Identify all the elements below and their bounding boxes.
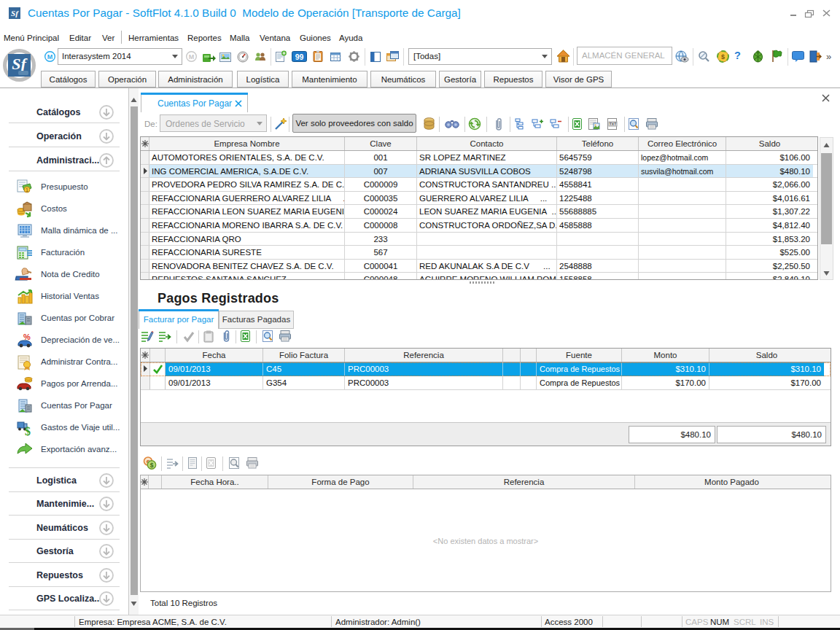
svg-text:$: $ — [150, 462, 154, 469]
svg-text:$: $ — [721, 53, 725, 61]
svg-text:99: 99 — [295, 52, 304, 61]
svg-text:TXT: TXT — [610, 122, 616, 126]
svg-text:%: % — [23, 332, 31, 341]
svg-text:M: M — [189, 53, 195, 61]
svg-text:$: $ — [25, 425, 31, 438]
svg-text:M: M — [47, 53, 53, 61]
svg-text:1: 1 — [26, 187, 28, 192]
svg-text:Sf: Sf — [11, 9, 19, 18]
svg-text:Sf: Sf — [12, 55, 28, 73]
